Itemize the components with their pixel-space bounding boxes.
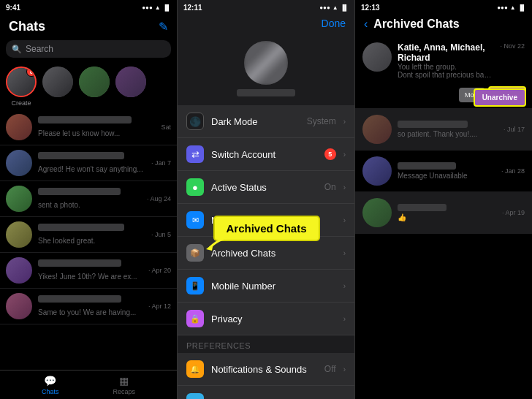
archived-item-2[interactable]: so patient. Thank you!.... · Jul 17 — [355, 109, 532, 151]
recaps-tab-icon: ▦ — [119, 375, 129, 387]
archived-avatar-4 — [362, 198, 392, 227]
chat-item-1[interactable]: Please let us know how... Sat — [0, 110, 177, 145]
chat-name-1 — [38, 116, 132, 123]
chats-title: Chats — [9, 19, 45, 34]
search-bar[interactable]: 🔍 Search — [6, 40, 171, 58]
active-status-label: Active Status — [211, 182, 317, 193]
privacy-chevron: › — [343, 315, 346, 323]
settings-item-dark-mode[interactable]: 🌑 Dark Mode System › — [178, 105, 354, 138]
archived-name-3-bar — [398, 162, 456, 170]
tab-recaps[interactable]: ▦ Recaps — [113, 375, 135, 395]
switch-account-icon: ⇄ — [186, 145, 204, 163]
chat-item-2[interactable]: Agreed! He won't say anything... · Jan 7 — [0, 145, 177, 181]
unarchive-button[interactable]: Unarchive — [474, 88, 526, 107]
settings-item-phone-contacts[interactable]: 👥 Phone Contacts › — [178, 386, 354, 399]
settings-header: Done — [178, 15, 354, 35]
done-button[interactable]: Done — [322, 18, 346, 29]
archived-chats-callout-wrapper: Archived Chats — [213, 216, 319, 241]
archived-chat-list: Katie, Anna, Michael, Richard You left t… — [355, 37, 532, 399]
chat-preview-2: Agreed! He won't say anything... — [38, 165, 143, 173]
archived-item-3[interactable]: Message Unavailable · Jan 28 — [355, 151, 532, 192]
story-1[interactable] — [42, 66, 73, 107]
archived-preview-3: Message Unavailable — [398, 172, 495, 180]
archived-content-2: so patient. Thank you!.... — [398, 121, 498, 138]
archived-time-2: · Jul 17 — [503, 126, 525, 133]
switch-account-label: Switch Account — [211, 149, 317, 160]
privacy-label: Privacy — [211, 314, 336, 324]
bottom-tabs: 💬 Chats ▦ Recaps — [0, 370, 177, 399]
tab-chats-label: Chats — [42, 388, 59, 395]
tab-chats[interactable]: 💬 Chats — [42, 375, 59, 395]
story-2[interactable] — [79, 66, 110, 107]
back-icon[interactable]: ‹ — [364, 18, 368, 31]
chat-item-4[interactable]: She looked great. · Jun 5 — [0, 217, 177, 253]
chat-time-1: Sat — [161, 123, 171, 131]
tab-recaps-label: Recaps — [113, 388, 135, 395]
chat-avatar-5 — [6, 257, 32, 284]
wifi-icon-p3: ▲ — [510, 4, 516, 11]
archived-preview-2: so patient. Thank you!.... — [398, 130, 498, 138]
status-icons-p1: ●●● ▲ ▐▌ — [142, 4, 171, 11]
search-icon: 🔍 — [12, 45, 22, 54]
privacy-icon: 🔒 — [186, 310, 204, 327]
settings-item-privacy[interactable]: 🔒 Privacy › — [178, 303, 354, 335]
story-3[interactable] — [115, 66, 146, 107]
archived-item-4[interactable]: 👍 · Apr 19 — [355, 192, 532, 234]
chat-content-5: Yikes! June 10th? We are ex... — [38, 259, 142, 282]
profile-section — [178, 35, 354, 105]
phone-contacts-icon: 👥 — [186, 393, 204, 399]
story-img-3 — [115, 66, 146, 97]
stories-row: 6 Create — [0, 61, 177, 110]
chat-item-5[interactable]: Yikes! June 10th? We are ex... · Apr 20 — [0, 253, 177, 289]
create-label: Create — [11, 99, 31, 107]
settings-item-mobile-number[interactable]: 📱 Mobile Number › — [178, 270, 354, 303]
status-time-p2: 12:11 — [183, 4, 202, 12]
settings-item-switch-account[interactable]: ⇄ Switch Account 5 › — [178, 138, 354, 171]
active-status-icon: ● — [186, 178, 204, 196]
story-avatar-1 — [42, 66, 73, 97]
chats-header: Chats ✎ — [0, 15, 177, 37]
chat-time-2: · Jan 7 — [151, 159, 171, 167]
dark-mode-icon: 🌑 — [186, 113, 204, 130]
story-badge: 6 — [26, 66, 37, 77]
dark-mode-label: Dark Mode — [211, 116, 300, 127]
story-avatar-mine: 6 — [6, 66, 37, 97]
archived-sub-1: You left the group. — [398, 63, 494, 71]
notifications-value: Off — [324, 364, 336, 374]
status-time-p1: 9:41 — [6, 4, 20, 12]
settings-item-active-status[interactable]: ● Active Status On › — [178, 171, 354, 204]
chat-time-3: · Aug 24 — [147, 195, 171, 202]
archived-avatar-2 — [362, 115, 392, 144]
chat-preview-6: Same to you! We are having... — [38, 308, 136, 316]
active-status-chevron: › — [343, 183, 346, 191]
active-status-value: On — [324, 182, 336, 192]
chat-item-3[interactable]: sent a photo. · Aug 24 — [0, 181, 177, 217]
chat-avatar-6 — [6, 293, 32, 319]
notifications-label: Notifications & Sounds — [211, 364, 317, 375]
battery-icon-p1: ▐▌ — [163, 4, 171, 11]
chat-avatar-1 — [6, 114, 32, 140]
chat-tab-icon: 💬 — [44, 375, 56, 387]
statusbar-panel2: 12:11 ●●● ▲ ▐▌ — [178, 0, 354, 15]
dark-mode-chevron: › — [343, 118, 346, 126]
notifications-chevron: › — [343, 365, 346, 373]
story-avatar-3 — [115, 66, 146, 97]
status-icons-p2: ●●● ▲ ▐▌ — [319, 4, 349, 11]
archived-chats-title: Archived Chats — [373, 18, 459, 31]
preferences-section-label: PREFERENCES — [178, 335, 354, 353]
status-icons-p3: ●●● ▲ ▐▌ — [497, 4, 526, 11]
chat-name-4 — [38, 224, 124, 231]
panel-chats: 9:41 ●●● ▲ ▐▌ Chats ✎ 🔍 Search 6 Create — [0, 0, 178, 399]
chat-time-4: · Jun 5 — [151, 231, 171, 238]
archived-avatar-3 — [362, 156, 392, 186]
chat-item-6[interactable]: Same to you! We are having... · Apr 12 — [0, 289, 177, 324]
phone-contacts-label: Phone Contacts — [211, 397, 336, 400]
story-create[interactable]: 6 Create — [6, 66, 37, 107]
profile-avatar-blur — [244, 41, 288, 85]
statusbar-panel1: 9:41 ●●● ▲ ▐▌ — [0, 0, 177, 15]
settings-item-notifications[interactable]: 🔔 Notifications & Sounds Off › — [178, 353, 354, 386]
edit-icon[interactable]: ✎ — [159, 20, 168, 34]
story-img-2 — [79, 66, 110, 97]
chat-name-6 — [38, 295, 121, 303]
signal-icon-p3: ●●● — [497, 4, 508, 11]
